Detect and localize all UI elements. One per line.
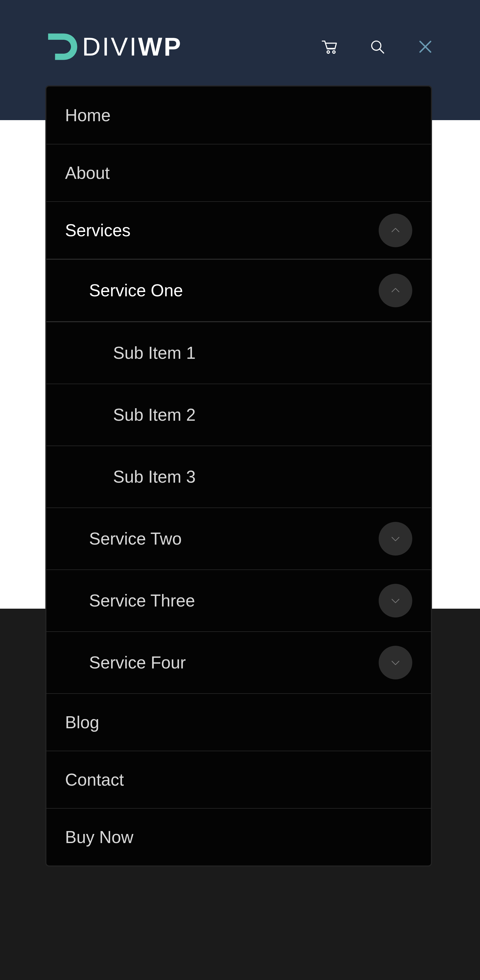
menu-item-label: Services	[65, 221, 130, 240]
menu-item-home[interactable]: Home	[46, 86, 431, 144]
logo-mark-icon	[45, 29, 80, 64]
svg-line-3	[380, 49, 384, 53]
collapse-button[interactable]	[379, 274, 412, 307]
expand-button[interactable]	[379, 646, 412, 679]
expand-button[interactable]	[379, 584, 412, 617]
sub-item-label: Service Three	[89, 591, 195, 611]
menu-item-services[interactable]: Services	[46, 201, 431, 259]
mobile-menu: Home About Services Service One	[45, 86, 432, 867]
subsub-item-label: Sub Item 1	[113, 343, 196, 363]
subsub-item-label: Sub Item 3	[113, 467, 196, 487]
subsub-item-1[interactable]: Sub Item 1	[46, 322, 431, 383]
logo[interactable]: DIVIWP	[45, 29, 182, 64]
expand-button[interactable]	[379, 522, 412, 555]
close-icon[interactable]	[416, 37, 435, 56]
chevron-up-icon	[390, 221, 401, 240]
logo-text: DIVIWP	[82, 34, 182, 59]
menu-item-label: Blog	[65, 713, 99, 732]
chevron-down-icon	[390, 591, 401, 611]
menu-item-label: Home	[65, 105, 111, 125]
menu-item-buy-now[interactable]: Buy Now	[46, 808, 431, 865]
collapse-button[interactable]	[379, 213, 412, 247]
cart-icon[interactable]	[320, 37, 339, 56]
sub-item-service-three[interactable]: Service Three	[46, 570, 431, 632]
mobile-menu-panel: Home About Services Service One	[45, 86, 432, 867]
search-icon[interactable]	[368, 37, 387, 56]
sub-item-service-two[interactable]: Service Two	[46, 508, 431, 570]
chevron-up-icon	[390, 281, 401, 300]
sub-item-service-four[interactable]: Service Four	[46, 632, 431, 693]
menu-item-label: Contact	[65, 770, 124, 790]
service-one-submenu: Sub Item 1 Sub Item 2 Sub Item 3	[46, 321, 431, 508]
menu-item-contact[interactable]: Contact	[46, 751, 431, 808]
sub-item-label: Service One	[89, 281, 183, 300]
services-submenu: Service One Sub Item 1 Sub Item 2 Sub It…	[46, 259, 431, 693]
sub-item-service-one[interactable]: Service One	[46, 259, 431, 321]
sub-item-label: Service Two	[89, 529, 182, 549]
menu-item-label: Buy Now	[65, 827, 133, 847]
menu-item-label: About	[65, 163, 109, 183]
subsub-item-3[interactable]: Sub Item 3	[46, 445, 431, 508]
subsub-item-2[interactable]: Sub Item 2	[46, 383, 431, 445]
subsub-item-label: Sub Item 2	[113, 405, 196, 425]
logo-text-bold: WP	[138, 34, 182, 59]
menu-item-about[interactable]: About	[46, 144, 431, 201]
header-icons	[320, 29, 435, 56]
svg-point-1	[333, 51, 335, 53]
sub-item-label: Service Four	[89, 653, 186, 673]
menu-item-blog[interactable]: Blog	[46, 693, 431, 751]
svg-point-0	[327, 51, 330, 53]
chevron-down-icon	[390, 529, 401, 549]
logo-text-thin: DIVI	[82, 34, 138, 59]
chevron-down-icon	[390, 653, 401, 673]
